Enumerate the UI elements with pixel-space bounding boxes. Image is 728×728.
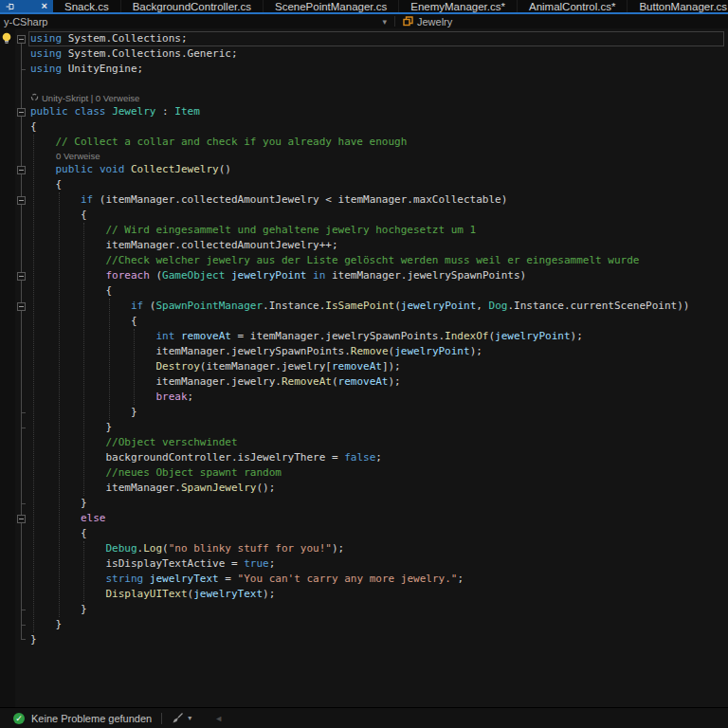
outline-margin	[15, 62, 27, 77]
project-dropdown[interactable]: y-CSharp ▾	[0, 14, 391, 28]
code-line[interactable]: {	[0, 177, 728, 192]
code-text: {	[27, 119, 37, 135]
fold-collapse-icon[interactable]	[17, 108, 26, 117]
glyph-margin	[0, 77, 15, 92]
fold-collapse-icon[interactable]	[17, 302, 26, 311]
code-text: // Wird eingesammelt und gehaltene jewel…	[27, 223, 476, 238]
code-line[interactable]: }	[0, 405, 728, 420]
code-line[interactable]: isDisplayTextActive = true;	[0, 556, 728, 572]
tab-enemymanager-cs-[interactable]: EnemyManager.cs*	[399, 0, 518, 12]
code-line[interactable]: public void CollectJewelry()	[0, 162, 728, 177]
code-line[interactable]: }	[0, 420, 728, 435]
code-line[interactable]: if (itemManager.collectedAmountJewelry <…	[0, 192, 728, 208]
code-line[interactable]: DisplayUIText(jewelryText);	[0, 587, 728, 602]
close-icon[interactable]: ×	[42, 1, 47, 11]
codelens-line[interactable]: 0 Verweise	[0, 150, 728, 162]
code-line[interactable]: // Wird eingesammelt und gehaltene jewel…	[0, 223, 728, 238]
code-line[interactable]: foreach (GameObject jewelryPoint in item…	[0, 268, 728, 283]
fold-collapse-icon[interactable]	[17, 166, 26, 174]
code-text: {	[27, 314, 137, 329]
check-circle-icon: ✓	[13, 713, 25, 724]
code-line[interactable]: }	[0, 602, 728, 617]
outline-margin	[15, 314, 27, 329]
code-text: {	[27, 283, 112, 299]
code-line[interactable]: break;	[0, 390, 728, 405]
outline-margin	[15, 135, 27, 150]
outline-margin	[15, 344, 27, 359]
tab-backgroundcontroller-cs[interactable]: BackgroundController.cs	[121, 0, 264, 12]
code-line[interactable]: using System.Collections.Generic;	[0, 46, 728, 62]
broom-icon	[172, 712, 184, 724]
code-line[interactable]: Debug.Log("no blinky stuff for you!");	[0, 541, 728, 556]
member-dropdown[interactable]: Jewelry	[399, 14, 456, 28]
outline-margin	[15, 526, 27, 541]
code-line[interactable]: //neues Object spawnt random	[0, 465, 728, 481]
code-line[interactable]: //Object verschwindet	[0, 435, 728, 450]
code-text: //Object verschwindet	[27, 435, 238, 450]
code-line[interactable]: // Collect a collar and check if you alr…	[0, 135, 728, 150]
statusbar-divider	[161, 713, 162, 724]
glyph-margin	[0, 465, 15, 481]
code-text: }	[27, 405, 137, 420]
glyph-margin	[0, 135, 15, 150]
tab-animalcontrol-cs-[interactable]: AnimalControl.cs*	[518, 0, 628, 12]
outline-margin	[15, 92, 27, 104]
outline-margin	[15, 104, 27, 119]
outline-margin	[15, 587, 27, 602]
code-text: int removeAt = itemManager.jewelrySpawnP…	[27, 329, 583, 344]
fold-collapse-icon[interactable]	[17, 196, 26, 205]
pin-icon[interactable]	[6, 2, 14, 11]
tab-scenepointmanager-cs[interactable]: ScenePointManager.cs	[264, 0, 399, 12]
code-text: foreach (GameObject jewelryPoint in item…	[27, 268, 526, 283]
code-line[interactable]: {	[0, 119, 728, 135]
code-line[interactable]: int removeAt = itemManager.jewelrySpawnP…	[0, 329, 728, 344]
code-line[interactable]: backgroundController.isJewelryThere = fa…	[0, 450, 728, 465]
outline-margin	[15, 253, 27, 268]
glyph-margin	[0, 390, 15, 405]
code-cleanup-button[interactable]: ▾	[172, 712, 191, 724]
active-tab[interactable]: ×	[0, 0, 53, 12]
code-text: itemManager.SpawnJewelry();	[27, 481, 275, 496]
glyph-margin	[0, 450, 15, 465]
code-text: string jewelryText = "You can't carry an…	[27, 572, 464, 587]
code-line[interactable]: using System.Collections;	[0, 31, 728, 46]
code-line[interactable]: itemManager.jewelrySpawnPoints.Remove(je…	[0, 344, 728, 359]
fold-collapse-icon[interactable]	[17, 272, 26, 281]
code-line[interactable]: else	[0, 511, 728, 526]
fold-collapse-icon[interactable]	[17, 35, 26, 44]
code-line[interactable]: using UnityEngine;	[0, 62, 728, 77]
code-line[interactable]: }	[0, 632, 728, 647]
glyph-margin	[0, 481, 15, 496]
code-line[interactable]: {	[0, 208, 728, 223]
tab-snack-cs[interactable]: Snack.cs	[53, 0, 121, 12]
codelens-line[interactable]: Unity-Skript | 0 Verweise	[0, 92, 728, 104]
code-line[interactable]: itemManager.collectedAmountJewelry++;	[0, 238, 728, 253]
code-line[interactable]: {	[0, 526, 728, 541]
code-line[interactable]: Destroy(itemManager.jewelry[removeAt]);	[0, 359, 728, 374]
code-text: using System.Collections;	[27, 31, 188, 46]
code-text: {	[27, 208, 87, 223]
code-line[interactable]: }	[0, 496, 728, 511]
code-line[interactable]: itemManager.SpawnJewelry();	[0, 481, 728, 496]
code-line[interactable]: string jewelryText = "You can't carry an…	[0, 572, 728, 587]
code-line[interactable]: //Check welcher jewelry aus der Liste ge…	[0, 253, 728, 268]
fold-collapse-icon[interactable]	[17, 515, 26, 523]
code-line[interactable]: itemManager.jewelry.RemoveAt(removeAt);	[0, 374, 728, 390]
lightbulb-icon[interactable]	[0, 31, 15, 46]
code-line[interactable]: public class Jewelry : Item	[0, 104, 728, 119]
scroll-left-icon[interactable]: ◄	[214, 714, 223, 723]
code-editor[interactable]: using System.Collections;using System.Co…	[0, 28, 728, 707]
code-line[interactable]: }	[0, 617, 728, 632]
code-line[interactable]: {	[0, 314, 728, 329]
code-line[interactable]: {	[0, 283, 728, 299]
tab-buttonmanager-cs[interactable]: ButtonManager.cs	[628, 0, 728, 12]
glyph-margin	[0, 208, 15, 223]
outline-margin	[15, 208, 27, 223]
navbar-divider	[394, 16, 395, 27]
outline-margin	[15, 450, 27, 465]
outline-margin	[15, 46, 27, 62]
code-text: {	[27, 177, 62, 192]
glyph-margin	[0, 374, 15, 390]
code-line[interactable]: if (SpawnPointManager.Instance.IsSamePoi…	[0, 299, 728, 314]
health-indicator[interactable]: ✓ Keine Probleme gefunden	[0, 713, 152, 724]
